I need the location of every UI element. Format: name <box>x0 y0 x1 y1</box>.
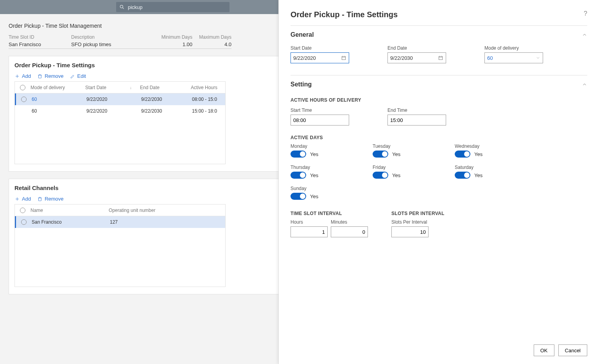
wednesday-label: Wednesday <box>455 143 537 149</box>
friday-label: Friday <box>373 165 455 170</box>
col-end[interactable]: End Date <box>140 85 191 90</box>
minutes-input[interactable] <box>331 226 368 237</box>
wednesday-toggle[interactable] <box>455 151 470 158</box>
col-name[interactable]: Name <box>30 208 109 213</box>
end-time-label: End Time <box>387 108 446 113</box>
timeslotid-label: Time Slot ID <box>9 34 71 40</box>
description-label: Description <box>71 34 153 40</box>
svg-line-1 <box>123 8 124 9</box>
select-all-radio[interactable] <box>20 208 25 213</box>
mode-label: Mode of delivery <box>484 45 543 51</box>
hours-input[interactable] <box>291 226 328 237</box>
slots-input[interactable] <box>391 226 429 237</box>
tuesday-label: Tuesday <box>373 143 455 149</box>
search-icon <box>119 4 125 10</box>
remove-button[interactable]: Remove <box>37 73 63 79</box>
cancel-button[interactable]: Cancel <box>558 344 587 356</box>
general-label: General <box>291 31 314 38</box>
plus-icon <box>14 196 20 202</box>
end-time-input[interactable] <box>387 115 446 126</box>
slots-label: Slots Per Interval <box>391 219 445 225</box>
setting-label: Setting <box>291 81 312 88</box>
svg-rect-9 <box>39 198 41 201</box>
global-search[interactable] <box>116 2 230 12</box>
end-date-input[interactable]: 9/22/2030 <box>387 52 446 63</box>
general-fasttab[interactable]: General <box>291 26 587 44</box>
saturday-toggle[interactable] <box>455 172 470 179</box>
wednesday-value: Yes <box>474 151 482 157</box>
saturday-value: Yes <box>474 172 482 178</box>
start-date-value: 9/22/2020 <box>293 55 316 61</box>
thursday-toggle[interactable] <box>291 172 306 179</box>
ok-button[interactable]: OK <box>534 344 554 356</box>
sunday-value: Yes <box>310 194 318 199</box>
time-settings-panel: Order Pickup - Time Settings ? General S… <box>278 0 599 364</box>
cell-name: San Francisco <box>32 219 110 225</box>
search-input[interactable] <box>128 4 226 10</box>
friday-value: Yes <box>392 172 400 178</box>
col-hours[interactable]: Active Hours <box>191 85 222 90</box>
add-channel-button[interactable]: Add <box>14 196 31 202</box>
timeslotid-value[interactable]: San Francisco <box>9 40 71 49</box>
min-days-value[interactable]: 1.00 <box>153 40 192 49</box>
monday-label: Monday <box>291 143 373 149</box>
sunday-toggle[interactable] <box>291 193 306 200</box>
thursday-label: Thursday <box>291 165 373 170</box>
row-radio[interactable] <box>21 219 27 225</box>
trash-icon <box>37 196 43 202</box>
svg-point-0 <box>120 5 123 8</box>
tuesday-value: Yes <box>392 151 400 157</box>
description-value[interactable]: SFO pickup times <box>71 40 153 49</box>
start-date-input[interactable]: 9/22/2020 <box>291 52 349 63</box>
cell-hours: 15:00 - 18:0 <box>192 108 223 114</box>
mode-select[interactable]: 60 <box>484 52 543 63</box>
minutes-label: Minutes <box>331 219 368 225</box>
cell-mode: 60 <box>32 97 86 102</box>
row-radio[interactable] <box>21 97 27 102</box>
start-time-input[interactable] <box>291 115 349 126</box>
table-row[interactable]: 60 9/22/2020 9/22/2030 08:00 - 15:0 <box>15 93 225 105</box>
tuesday-toggle[interactable] <box>373 151 388 158</box>
table-row[interactable]: San Francisco 127 <box>15 216 225 228</box>
chevron-up-icon <box>582 32 587 38</box>
add-button[interactable]: Add <box>14 73 31 79</box>
svg-rect-16 <box>439 57 442 60</box>
interval-label: TIME SLOT INTERVAL <box>291 211 368 216</box>
cell-hours: 08:00 - 15:0 <box>192 97 223 102</box>
svg-rect-4 <box>39 75 41 78</box>
active-days-label: ACTIVE DAYS <box>291 135 587 140</box>
calendar-icon[interactable] <box>341 55 346 61</box>
end-date-label: End Date <box>387 45 446 51</box>
edit-label: Edit <box>77 73 86 79</box>
sunday-label: Sunday <box>291 186 373 191</box>
select-all-radio[interactable] <box>20 85 25 90</box>
plus-icon <box>14 74 20 79</box>
remove-channel-button[interactable]: Remove <box>37 196 63 202</box>
col-opunit[interactable]: Operating unit number <box>109 208 203 213</box>
calendar-icon[interactable] <box>438 55 443 61</box>
friday-toggle[interactable] <box>373 172 388 179</box>
cell-start: 9/22/2020 <box>86 108 141 114</box>
pencil-icon <box>70 74 75 79</box>
max-days-value[interactable]: 4.0 <box>192 40 231 49</box>
sort-arrow-icon: ↓ <box>130 86 132 90</box>
min-days-label: Minimum Days <box>153 34 192 40</box>
add-label: Add <box>22 73 31 79</box>
col-start[interactable]: Start Date↓ <box>85 85 140 90</box>
max-days-label: Maximum Days <box>192 34 231 40</box>
start-date-label: Start Date <box>291 45 349 51</box>
table-row[interactable]: 60 9/22/2020 9/22/2030 15:00 - 18:0 <box>15 105 225 117</box>
edit-button[interactable]: Edit <box>70 73 86 79</box>
chevron-up-icon <box>582 82 587 87</box>
monday-toggle[interactable] <box>291 151 306 158</box>
setting-fasttab[interactable]: Setting <box>291 75 587 93</box>
channels-grid: Name Operating unit number San Francisco… <box>14 204 226 287</box>
help-icon[interactable]: ? <box>584 10 587 17</box>
slots-per-interval-label: SLOTS PER INTERVAL <box>391 211 445 216</box>
cell-start: 9/22/2020 <box>86 97 141 102</box>
cell-opunit: 127 <box>110 219 204 225</box>
end-date-value: 9/22/2030 <box>390 55 413 61</box>
col-mode[interactable]: Mode of delivery <box>30 85 85 90</box>
cell-end: 9/22/2030 <box>141 97 192 102</box>
remove-label: Remove <box>45 73 63 79</box>
